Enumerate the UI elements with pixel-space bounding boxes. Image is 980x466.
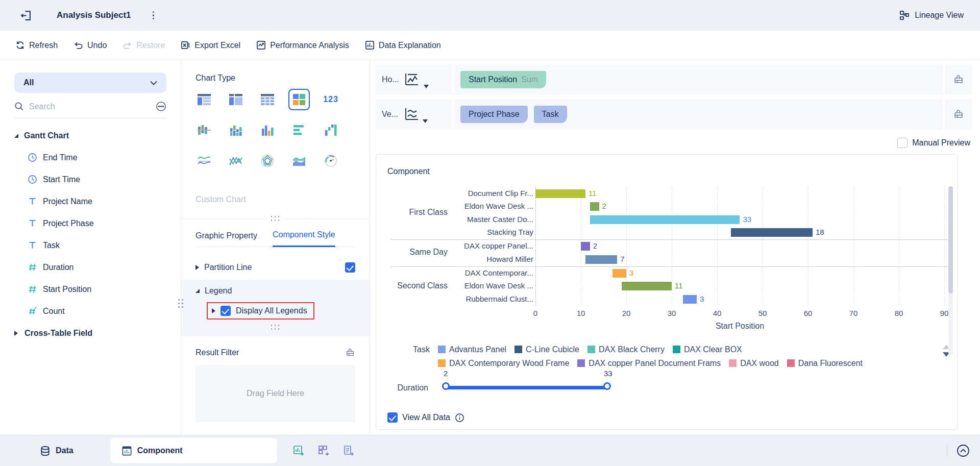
drag-handle-icon[interactable] <box>271 325 280 330</box>
field-pill-task[interactable]: Task <box>534 106 567 123</box>
field-pill-project-phase[interactable]: Project Phase <box>460 106 528 123</box>
add-chart-icon[interactable] <box>292 445 305 457</box>
exit-icon[interactable] <box>19 9 32 22</box>
search-input[interactable] <box>29 102 151 111</box>
legend-item[interactable]: DAX wood <box>729 359 779 368</box>
stacked-column-icon[interactable] <box>227 121 244 139</box>
legend-section-header[interactable]: Legend <box>195 280 355 302</box>
vertical-axis-field-area[interactable]: Project Phase Task <box>454 100 943 129</box>
gauge-chart-icon[interactable] <box>322 152 339 169</box>
refresh-button[interactable]: Refresh <box>15 40 58 50</box>
axis-format-button[interactable] <box>945 65 972 94</box>
chart-type-label: Chart Type <box>195 73 355 83</box>
legend-item[interactable]: DAX Black Cherry <box>587 345 665 354</box>
more-options-icon[interactable] <box>156 101 166 112</box>
tab-graphic-property[interactable]: Graphic Property <box>195 231 257 247</box>
horizontal-bar-icon[interactable] <box>290 121 308 139</box>
slider-track[interactable] <box>446 386 607 389</box>
radar-chart-icon[interactable] <box>259 152 276 169</box>
bidirectional-bar-icon[interactable] <box>195 121 213 139</box>
gantt-bar[interactable] <box>590 202 599 211</box>
component-card[interactable]: Component 0102030405060708090Start Posit… <box>376 154 958 430</box>
panel-drag-handle-icon[interactable] <box>178 299 184 308</box>
tab-data[interactable]: Data <box>40 446 74 456</box>
slider-handle-min[interactable] <box>442 382 450 390</box>
collapse-triangle-icon[interactable] <box>195 265 199 270</box>
field-item-project-name[interactable]: Project Name <box>14 190 166 212</box>
horizontal-axis-field-area[interactable]: Start Position Sum <box>454 65 943 94</box>
color-block-chart-icon[interactable] <box>290 91 308 108</box>
tree-node-gantt-chart[interactable]: Gantt Chart <box>14 125 166 146</box>
horizontal-axis-selector[interactable]: Ho... <box>376 65 452 94</box>
gantt-bar[interactable] <box>683 295 697 304</box>
tab-component[interactable]: Component <box>110 438 277 463</box>
combo-line-chart-icon[interactable] <box>227 152 244 169</box>
legend-item[interactable]: DAX copper Panel Document Frams <box>577 359 721 368</box>
legend-item[interactable]: DAX Clear BOX <box>673 345 742 354</box>
undo-button[interactable]: Undo <box>74 40 107 50</box>
field-item-duration[interactable]: Duration <box>14 256 166 278</box>
export-excel-button[interactable]: Export Excel <box>181 40 240 50</box>
field-item-end-time[interactable]: End Time <box>14 146 166 168</box>
legend-item[interactable]: DAX Contemporary Wood Frame <box>438 359 569 368</box>
collapse-triangle-icon[interactable] <box>212 308 215 313</box>
grouped-table-icon[interactable] <box>195 91 213 108</box>
collapse-icon[interactable] <box>955 443 971 458</box>
drag-handle-icon[interactable] <box>268 216 283 222</box>
result-filter-drop-zone[interactable]: Drag Field Here <box>195 365 355 422</box>
kpi-card-icon[interactable]: 123 <box>322 91 339 108</box>
column-chart-icon[interactable] <box>259 121 276 139</box>
chart-scrollbar-thumb[interactable] <box>948 186 953 293</box>
gantt-bar[interactable] <box>622 282 672 290</box>
bar-value-label: 33 <box>743 215 752 224</box>
slider-handle-max[interactable] <box>603 382 611 390</box>
field-item-project-phase[interactable]: Project Phase <box>14 212 166 234</box>
gantt-bar[interactable] <box>581 242 590 251</box>
format-brush-icon[interactable] <box>345 348 355 358</box>
add-dashboard-icon[interactable] <box>317 445 330 457</box>
manual-preview-checkbox[interactable] <box>897 138 908 148</box>
tab-component-style[interactable]: Component Style <box>273 230 335 247</box>
chevron-down-icon[interactable] <box>423 119 428 123</box>
cross-table-icon[interactable] <box>259 91 276 108</box>
add-report-icon[interactable] <box>342 445 355 457</box>
wave-line-chart-icon[interactable] <box>195 152 213 169</box>
view-all-data-checkbox[interactable] <box>387 412 398 423</box>
partition-line-checkbox[interactable] <box>345 262 355 273</box>
legend-item[interactable]: Advantus Panel <box>438 345 506 354</box>
vertical-axis-selector[interactable]: Ve... <box>376 100 452 129</box>
field-pill-start-position[interactable]: Start Position Sum <box>460 71 546 88</box>
data-explanation-button[interactable]: Data Explanation <box>365 40 441 50</box>
partition-line-row[interactable]: Partition Line <box>195 257 355 278</box>
expand-triangle-icon[interactable] <box>195 289 200 293</box>
kebab-menu-icon[interactable] <box>153 11 155 20</box>
display-all-legends-checkbox[interactable] <box>220 306 231 316</box>
legend-item[interactable]: C-Line Cubicle <box>514 345 579 354</box>
field-item-start-time[interactable]: Start Time <box>14 168 166 190</box>
tree-node-cross-table-field[interactable]: Cross-Table Field <box>14 322 166 344</box>
performance-analysis-button[interactable]: Performance Analysis <box>256 40 349 50</box>
restore-button[interactable]: Restore <box>122 40 165 50</box>
gantt-bar[interactable] <box>585 255 617 264</box>
chevron-down-icon[interactable] <box>424 85 429 88</box>
detail-table-icon[interactable] <box>227 91 244 108</box>
legend-item-label: Advantus Panel <box>449 345 506 354</box>
lineage-view-button[interactable]: Lineage View <box>899 10 964 21</box>
axis-format-button[interactable] <box>945 100 972 129</box>
chart-scrollbar[interactable] <box>948 186 953 355</box>
waterfall-chart-icon[interactable] <box>322 121 339 139</box>
bar-value-label: 18 <box>816 228 824 236</box>
refresh-icon <box>15 40 25 50</box>
gantt-bar[interactable] <box>731 228 813 237</box>
field-item-count[interactable]: Count <box>14 300 166 322</box>
area-chart-icon[interactable] <box>290 152 308 169</box>
row-label: DAX Contemporar... <box>452 268 533 277</box>
gantt-bar[interactable] <box>590 215 740 224</box>
info-icon[interactable] <box>455 413 464 423</box>
field-item-task[interactable]: Task <box>14 234 166 256</box>
field-item-start-position[interactable]: Start Position <box>14 278 166 300</box>
legend-item[interactable]: Dana Fluorescent <box>787 359 863 368</box>
gantt-bar[interactable] <box>535 189 585 198</box>
table-filter-select[interactable]: All <box>14 72 166 93</box>
gantt-bar[interactable] <box>612 269 626 278</box>
